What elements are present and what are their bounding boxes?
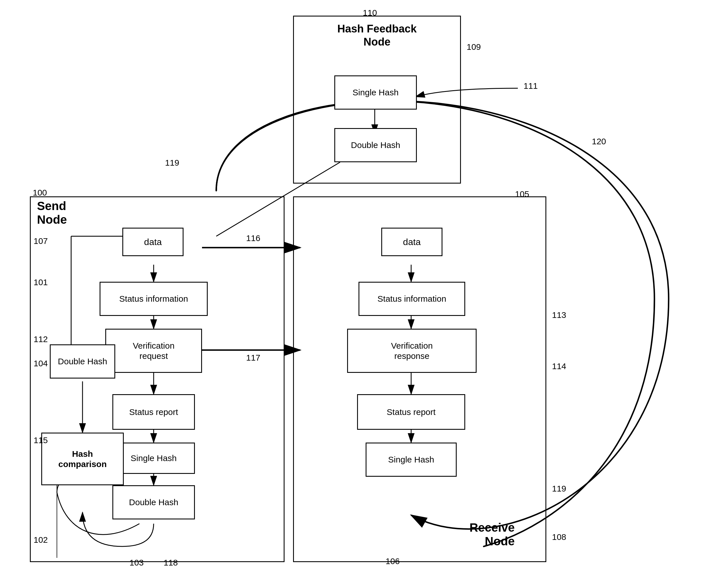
hash-feedback-node-label: Hash FeedbackNode [306, 19, 448, 52]
label-107: 107 [34, 236, 48, 246]
label-120: 120 [592, 136, 606, 146]
single-hash-receive-box: Single Hash [366, 443, 457, 477]
label-104: 104 [34, 359, 48, 368]
verification-response-box: Verificationresponse [347, 329, 476, 373]
receive-node-label: ReceiveNode [469, 521, 515, 548]
label-117: 117 [246, 353, 260, 363]
status-info-send-box: Status information [100, 282, 208, 316]
hash-comparison-box: Hashcomparison [41, 433, 124, 485]
status-report-send-box: Status report [112, 394, 195, 430]
label-118: 118 [164, 558, 178, 568]
label-119-top: 119 [165, 158, 179, 168]
verification-request-box: Verificationrequest [105, 329, 202, 373]
single-hash-send-box: Single Hash [112, 443, 195, 474]
double-hash-top-box: Double Hash [334, 128, 417, 162]
send-node-label: SendNode [37, 199, 67, 227]
label-101: 101 [34, 277, 48, 287]
label-103: 103 [129, 558, 144, 568]
data-send-box: data [122, 228, 184, 256]
data-receive-box: data [381, 228, 442, 256]
label-119-bottom: 119 [552, 484, 566, 493]
double-hash-send-box: Double Hash [112, 485, 195, 519]
status-info-receive-box: Status information [359, 282, 465, 316]
label-108: 108 [552, 532, 566, 542]
label-114: 114 [552, 361, 566, 371]
label-115: 115 [34, 436, 48, 445]
label-102: 102 [34, 535, 48, 545]
label-106: 106 [385, 556, 400, 566]
label-109: 109 [467, 42, 481, 52]
double-hash-left-box: Double Hash [50, 344, 115, 379]
label-105: 105 [515, 189, 529, 199]
label-113: 113 [552, 310, 566, 320]
single-hash-top-box: Single Hash [334, 76, 417, 110]
status-report-receive-box: Status report [357, 394, 465, 430]
diagram: Hash FeedbackNode Single Hash Double Has… [0, 0, 721, 588]
label-110: 110 [363, 8, 377, 18]
label-112: 112 [34, 334, 48, 344]
label-116: 116 [246, 233, 260, 243]
label-100: 100 [33, 188, 47, 197]
label-111: 111 [524, 81, 538, 91]
